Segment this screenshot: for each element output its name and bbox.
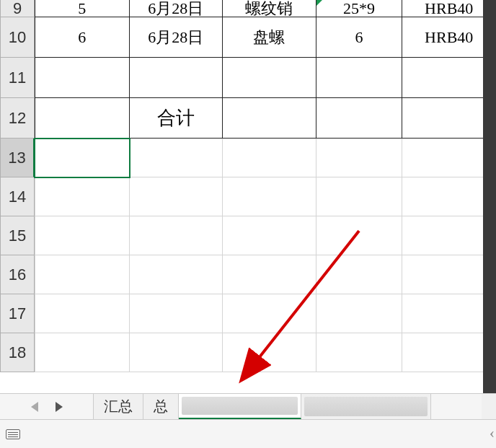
cell-d11[interactable] (316, 58, 403, 98)
cell-e15[interactable] (402, 216, 496, 255)
cell-e10[interactable]: HRB40 (402, 17, 496, 58)
vertical-scrollbar[interactable] (483, 0, 496, 393)
cell-a10[interactable]: 6 (35, 17, 130, 58)
tab-nav-next-icon[interactable] (56, 402, 63, 412)
cell-d10[interactable]: 6 (316, 17, 403, 58)
sheet-tab-bar: 汇总 总 开 (0, 393, 482, 419)
cell-a11[interactable] (35, 58, 130, 98)
cell-c17[interactable] (223, 294, 316, 333)
grid: 5 6月28日 螺纹销 25*9 HRB40 6 6月28日 盘螺 6 HRB4… (35, 0, 496, 372)
cell-b17[interactable] (130, 294, 223, 333)
cell-e16[interactable] (402, 255, 496, 294)
sheet-tabs: 汇总 总 开 (94, 394, 431, 419)
cell-c16[interactable] (223, 255, 316, 294)
cell-b16[interactable] (130, 255, 223, 294)
sheet-tab-huizong[interactable]: 汇总 (94, 394, 143, 419)
cell-b11[interactable] (130, 58, 223, 98)
row-header-16[interactable]: 16 (0, 255, 35, 294)
cell-d18[interactable] (316, 333, 403, 372)
grid-row-14 (35, 177, 496, 216)
cell-c14[interactable] (223, 177, 316, 216)
cell-d17[interactable] (316, 294, 403, 333)
cell-e9[interactable]: HRB40 (402, 0, 496, 17)
cell-a18[interactable] (35, 333, 130, 372)
grid-row-15 (35, 216, 496, 255)
grid-row-12: 合计 (35, 98, 496, 139)
spreadsheet-area: 9 10 11 12 13 14 15 16 17 18 5 6月28日 螺纹销… (0, 0, 496, 393)
cell-a9[interactable]: 5 (35, 0, 130, 17)
grid-row-11 (35, 58, 496, 98)
row-header-18[interactable]: 18 (0, 333, 35, 372)
sheet-tab-active[interactable]: 开 (179, 394, 301, 419)
cell-a16[interactable] (35, 255, 130, 294)
row-header-12[interactable]: 12 (0, 98, 35, 139)
cell-a14[interactable] (35, 177, 130, 216)
cell-d9[interactable]: 25*9 (316, 0, 403, 17)
cell-a17[interactable] (35, 294, 130, 333)
cell-b10[interactable]: 6月28日 (130, 17, 223, 58)
cell-e11[interactable] (402, 58, 496, 98)
cell-a12[interactable] (35, 98, 130, 139)
grid-row-13 (35, 139, 496, 177)
sheet-tab-zong[interactable]: 总 (143, 394, 179, 419)
cell-e13[interactable] (402, 139, 496, 177)
cell-c12[interactable] (223, 98, 316, 139)
tab-nav-prev-icon[interactable] (31, 402, 38, 412)
cell-a15[interactable] (35, 216, 130, 255)
cell-d12[interactable] (316, 98, 403, 139)
cell-b13[interactable] (130, 139, 223, 177)
record-macro-icon[interactable] (6, 429, 20, 439)
sheet-tab-4[interactable] (301, 394, 431, 419)
cell-d13[interactable] (316, 139, 403, 177)
row-header-11[interactable]: 11 (0, 58, 35, 98)
cell-b14[interactable] (130, 177, 223, 216)
cell-e17[interactable] (402, 294, 496, 333)
collapse-ribbon-icon[interactable]: ‹ (490, 423, 495, 442)
row-headers-column: 9 10 11 12 13 14 15 16 17 18 (0, 0, 35, 372)
row-header-9[interactable]: 9 (0, 0, 35, 17)
grid-row-18 (35, 333, 496, 372)
status-bar (0, 419, 496, 448)
cell-b18[interactable] (130, 333, 223, 372)
row-header-10[interactable]: 10 (0, 17, 35, 58)
cell-e18[interactable] (402, 333, 496, 372)
cell-c15[interactable] (223, 216, 316, 255)
cell-d14[interactable] (316, 177, 403, 216)
cell-b15[interactable] (130, 216, 223, 255)
row-header-15[interactable]: 15 (0, 216, 35, 255)
row-header-14[interactable]: 14 (0, 177, 35, 216)
grid-row-16 (35, 255, 496, 294)
cell-c10[interactable]: 盘螺 (223, 17, 316, 58)
cell-a13[interactable] (35, 139, 130, 177)
cell-e12[interactable] (402, 98, 496, 139)
cell-d16[interactable] (316, 255, 403, 294)
row-header-17[interactable]: 17 (0, 294, 35, 333)
cell-c18[interactable] (223, 333, 316, 372)
row-header-13[interactable]: 13 (0, 139, 35, 177)
cell-e14[interactable] (402, 177, 496, 216)
grid-row-9: 5 6月28日 螺纹销 25*9 HRB40 (35, 0, 496, 17)
cell-b9[interactable]: 6月28日 (130, 0, 223, 17)
cell-c11[interactable] (223, 58, 316, 98)
grid-row-10: 6 6月28日 盘螺 6 HRB40 (35, 17, 496, 58)
tab-nav-buttons (0, 394, 94, 419)
cell-b12[interactable]: 合计 (130, 98, 223, 139)
cell-d15[interactable] (316, 216, 403, 255)
cell-c9[interactable]: 螺纹销 (223, 0, 316, 17)
grid-row-17 (35, 294, 496, 333)
hscroll-end[interactable] (482, 393, 496, 419)
cell-c13[interactable] (223, 139, 316, 177)
